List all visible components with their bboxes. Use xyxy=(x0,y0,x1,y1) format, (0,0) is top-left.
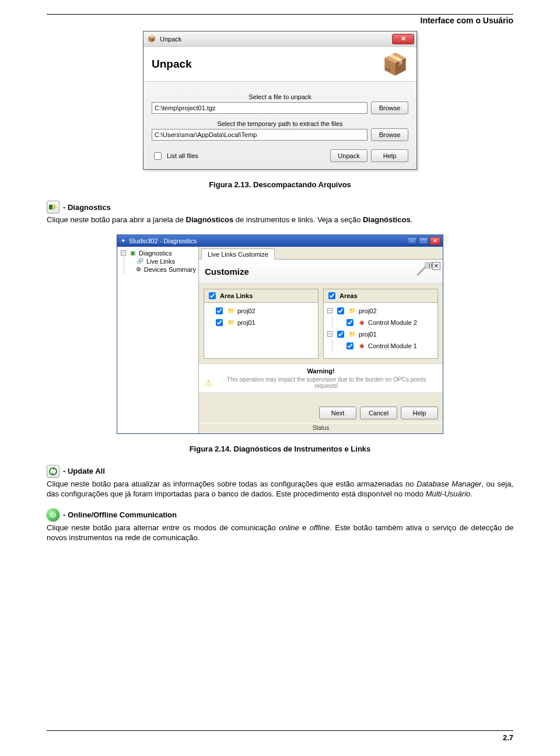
banner-title: Unpack xyxy=(152,58,192,71)
online-offline-tool-name: - Online/Offline Communication xyxy=(63,510,177,519)
area-links-checkbox[interactable] xyxy=(209,292,216,299)
svg-rect-0 xyxy=(49,205,52,209)
studio-title: Studio302 - Diagnostics xyxy=(129,237,197,244)
tree-diagnostics[interactable]: Diagnostics xyxy=(139,250,172,257)
open-box-icon: 📦 xyxy=(382,54,408,75)
tab-live-links-customize[interactable]: Live Links Customize xyxy=(201,249,275,260)
diagnostics-node-icon: ▣ xyxy=(128,250,136,257)
cm1-checkbox[interactable] xyxy=(346,342,354,349)
dialog-title: Unpack xyxy=(160,36,181,43)
diagnostics-icon xyxy=(47,201,60,214)
tree-collapse-icon[interactable]: − xyxy=(327,308,332,313)
diagnostics-paragraph: Clique neste botão para abrir a janela d… xyxy=(47,215,513,225)
proj02-area-checkbox[interactable] xyxy=(337,307,344,314)
areas-label: Areas xyxy=(340,292,358,299)
areas-panel: Areas − 📁 proj02 xyxy=(323,289,438,359)
diagnostics-tool-name: - Diagnostics xyxy=(63,203,111,212)
online-offline-icon: ⏻ xyxy=(47,509,60,522)
cancel-button[interactable]: Cancel xyxy=(360,407,397,419)
unpack-dialog: 📦 Unpack ✕ Unpack 📦 Select a file to unp… xyxy=(143,31,417,170)
page-number: 2.7 xyxy=(47,733,513,742)
close-button[interactable]: ✕ xyxy=(392,34,414,44)
unpack-button[interactable]: Unpack xyxy=(330,149,368,162)
studio-sidebar: − ▣ Diagnostics 🔗 Live Links ⚙ Devic xyxy=(117,247,199,433)
studio-app-icon: ✦ xyxy=(121,237,125,244)
file-label: Select a file to unpack xyxy=(152,93,408,100)
customize-title: Customize xyxy=(205,267,249,276)
path-label: Select the temporary path to extract the… xyxy=(152,120,408,127)
cm2-checkbox[interactable] xyxy=(346,319,354,326)
live-links-icon: 🔗 xyxy=(136,258,144,265)
proj01-area[interactable]: proj01 xyxy=(359,331,377,338)
next-button[interactable]: Next xyxy=(319,407,356,419)
proj02-link[interactable]: proj02 xyxy=(237,307,256,314)
figure-caption-213: Figura 2.13. Descompactando Arquivos xyxy=(47,180,513,189)
close-button[interactable]: ✕ xyxy=(430,237,440,245)
minimize-button[interactable]: – xyxy=(407,237,417,245)
browse-path-button[interactable]: Browse xyxy=(371,128,408,141)
proj01-link[interactable]: proj01 xyxy=(237,319,256,326)
folder-icon: 📁 xyxy=(227,319,235,326)
folder-icon: 📁 xyxy=(348,331,356,338)
figure-caption-214: Figura 2.14. Diagnósticos de Instrumento… xyxy=(47,444,513,453)
help-button[interactable]: Help xyxy=(401,407,438,419)
proj01-link-checkbox[interactable] xyxy=(216,319,223,326)
svg-rect-2 xyxy=(429,264,430,267)
tree-live-links[interactable]: Live Links xyxy=(146,258,175,265)
maximize-button[interactable]: □ xyxy=(418,237,429,245)
help-button[interactable]: Help xyxy=(371,149,408,162)
status-bar: Status xyxy=(199,423,443,433)
panel-close-icon[interactable]: ✕ xyxy=(432,262,440,270)
area-links-panel: Area Links 📁 proj02 📁 xyxy=(204,289,318,359)
file-input[interactable] xyxy=(152,102,368,114)
control-module-1[interactable]: Control Module 1 xyxy=(368,342,417,349)
area-links-label: Area Links xyxy=(220,292,253,299)
tree-collapse-icon[interactable]: − xyxy=(327,331,332,337)
tree-collapse-icon[interactable]: − xyxy=(121,250,126,256)
proj02-link-checkbox[interactable] xyxy=(216,307,223,314)
studio-window: ✦ Studio302 - Diagnostics – □ ✕ − ▣ Diag… xyxy=(117,235,443,434)
update-all-tool-name: - Update All xyxy=(63,467,105,475)
areas-checkbox[interactable] xyxy=(328,292,335,299)
page-header: Interface com o Usuário xyxy=(47,16,513,25)
box-icon: 📦 xyxy=(147,34,156,44)
folder-icon: 📁 xyxy=(227,307,235,314)
tree-devices-summary[interactable]: Devices Summary xyxy=(144,266,196,273)
update-all-icon xyxy=(47,465,60,478)
update-all-paragraph: Clique neste botão para atualizar as inf… xyxy=(47,479,513,499)
list-all-checkbox[interactable]: List all files xyxy=(152,150,198,162)
path-input[interactable] xyxy=(152,129,368,141)
proj02-area[interactable]: proj02 xyxy=(359,307,377,314)
folder-icon: 📁 xyxy=(348,307,356,314)
online-offline-paragraph: Clique neste botão para alternar entre o… xyxy=(47,523,513,543)
browse-file-button[interactable]: Browse xyxy=(371,102,408,114)
devices-summary-icon: ⚙ xyxy=(136,266,142,273)
module-icon: ◉ xyxy=(358,319,366,326)
warning-icon: ⚠ xyxy=(205,378,212,387)
warning-title: Warning! xyxy=(205,368,437,374)
control-module-2[interactable]: Control Module 2 xyxy=(368,319,417,326)
warning-text: This operation may impact the supervisio… xyxy=(216,376,437,389)
module-icon: ◉ xyxy=(358,342,366,349)
proj01-area-checkbox[interactable] xyxy=(337,331,344,338)
list-all-label: List all files xyxy=(167,152,198,159)
